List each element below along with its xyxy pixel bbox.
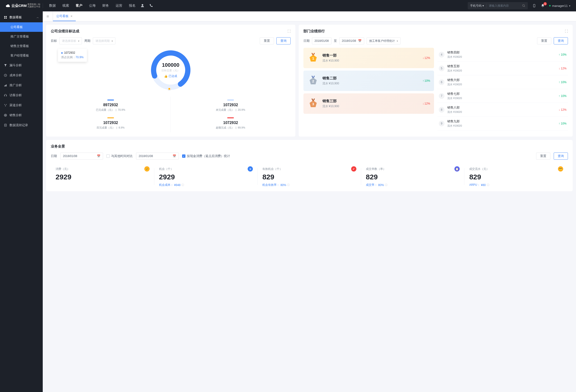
svg-rect-10	[6, 85, 6, 87]
sidebar-promo[interactable]: 推广分析	[0, 80, 43, 90]
sidebar-promo-board[interactable]: 推广主管看板	[0, 32, 43, 41]
biz-card: 业务全景 日期 2018/01/08📅 与其他时间对比 2018/01/08📅 …	[46, 140, 573, 191]
mobile-icon[interactable]	[532, 3, 536, 8]
sidebar-dashboard-header[interactable]: 数据看板 ︿	[0, 12, 43, 22]
metric-icon: ➤	[248, 166, 253, 172]
metric-icon: ✔	[351, 166, 356, 172]
nav-items: 数据 线索 客户 公海 财务 运营 报名	[49, 3, 136, 8]
hamburger-icon[interactable]	[43, 11, 53, 21]
metric-icon: 💰	[144, 166, 150, 172]
help-icon[interactable]: ⓘ	[287, 183, 290, 187]
donut-handle	[168, 88, 171, 90]
nav-ops[interactable]: 运营	[116, 3, 122, 8]
help-icon[interactable]: ⓘ	[487, 183, 489, 187]
nav-finance[interactable]: 财务	[102, 3, 109, 8]
svg-text:2: 2	[312, 79, 314, 83]
calendar-icon: 📅	[97, 154, 100, 158]
nav-signup[interactable]: 报名	[129, 3, 136, 8]
svg-rect-4	[6, 16, 7, 17]
help-icon[interactable]: ⓘ	[181, 183, 184, 187]
gold-medal-icon: 1	[307, 52, 319, 64]
close-icon[interactable]: ×	[71, 14, 72, 18]
dashboard-icon	[4, 16, 7, 19]
svg-text:3: 3	[312, 102, 314, 106]
nav-pool[interactable]: 公海	[89, 3, 96, 8]
cash-checkbox[interactable]: ✓按现金消费（返点后消费）统计	[182, 154, 230, 158]
reset-button[interactable]: 重置	[536, 152, 550, 160]
chart-icon	[4, 84, 7, 87]
search-type-select[interactable]: 手机号码▾	[468, 4, 487, 8]
nav-customers[interactable]: 客户	[76, 3, 82, 8]
query-button[interactable]: 查询	[276, 37, 291, 44]
clock-icon	[4, 74, 7, 77]
calendar-icon: 📅	[358, 39, 362, 43]
date-from[interactable]: 2018/01/08	[312, 37, 331, 44]
period-select[interactable]: 请选择周期▾	[93, 37, 115, 44]
stats-grid: 8972932已完成量（元） | 70.9% 1072932未完成量（元） | …	[51, 97, 291, 132]
rank-row: 6销售六部流水 ¥19020↑ 10%	[437, 75, 568, 89]
nav-right: 手机号码▾ 5 manager11▾	[468, 2, 570, 9]
person-icon[interactable]	[140, 3, 144, 8]
nav-leads[interactable]: 线索	[62, 3, 69, 8]
metric-icon: 📋	[455, 166, 460, 172]
rank-row: 7销售七部流水 ¥19020↑ 10%	[437, 89, 568, 103]
phone-icon[interactable]	[149, 3, 153, 8]
chevron-up-icon: ︿	[37, 16, 39, 19]
metrics-row: 消费（元）💰2929机会（个）➤2929机会成本：¥948 ⓘ有效机会（个）✔8…	[51, 166, 568, 187]
bell-icon[interactable]: 5	[541, 3, 545, 8]
donut-chart: 100000 目标总量（元） 👍已达成	[149, 49, 192, 91]
rank-1: 1 销售一部流水 ¥10,900 ↓ 12%	[303, 48, 434, 68]
sidebar-channel[interactable]: 渠道分析	[0, 100, 43, 110]
ranking-title: 部门业绩排行	[303, 29, 325, 33]
sidebar-visitor[interactable]: 访客分析	[0, 90, 43, 100]
mode-select[interactable]: 按工单客户经理统计▾	[367, 37, 401, 44]
sidebar-manager-board[interactable]: 客户经理看板	[0, 51, 43, 60]
bronze-medal-icon: 3	[307, 98, 319, 110]
rank-2: 2 销售二部流水 ¥10,900 ↑ 10%	[303, 71, 434, 91]
stat-over: 1072932超额完成（元） | 89.9%	[171, 115, 291, 132]
link-icon	[4, 104, 7, 107]
target-select[interactable]: 请选择目标▾	[59, 37, 82, 44]
expand-icon[interactable]: ⛶	[565, 30, 568, 33]
query-button[interactable]: 查询	[554, 152, 568, 160]
sidebar-flow[interactable]: 数据流转记录	[0, 120, 43, 130]
metric-icon: 💳	[558, 166, 563, 172]
user-menu[interactable]: manager11▾	[549, 4, 570, 8]
date-to[interactable]: 2018/01/08📅	[339, 37, 364, 44]
rank-row: 4销售四部流水 ¥19020↑ 10%	[437, 48, 568, 61]
search-icon[interactable]	[520, 4, 528, 7]
sidebar-funnel[interactable]: 漏斗分析	[0, 60, 43, 70]
cloud-icon	[6, 3, 10, 8]
funnel-icon	[4, 64, 7, 67]
query-button[interactable]: 查询	[554, 37, 568, 44]
logo[interactable]: 云朵CRM 教育机构一站式服务云平台	[6, 3, 43, 8]
thumb-icon: 👍	[164, 75, 168, 78]
compare-checkbox[interactable]: 与其他时间对比	[106, 154, 133, 158]
reset-button[interactable]: 重置	[260, 37, 274, 44]
biz-date1[interactable]: 2018/01/08📅	[60, 152, 103, 160]
expand-icon[interactable]: ⛶	[288, 30, 291, 33]
sidebar-company-board[interactable]: 公司看板	[0, 22, 43, 32]
sidebar-cost[interactable]: 成本分析	[0, 70, 43, 80]
trend-down-icon: ↓ 12%	[423, 102, 430, 105]
search-input[interactable]	[487, 4, 520, 7]
rank-row: 9销售九部流水 ¥19020↑ 10%	[437, 117, 568, 130]
sidebar-sales-board[interactable]: 销售主管看板	[0, 41, 43, 51]
svg-rect-8	[4, 86, 5, 87]
reset-button[interactable]: 重置	[537, 37, 551, 44]
help-icon[interactable]: ⓘ	[385, 183, 387, 187]
svg-rect-9	[5, 85, 6, 87]
stat-should: 1072932应完成量（元） | 8.9%	[51, 115, 171, 132]
stat-done: 8972932已完成量（元） | 70.9%	[51, 97, 171, 115]
metric: 成交单数（单）📋829成交率：80% ⓘ	[361, 166, 465, 187]
sidebar-sales[interactable]: 销售分析	[0, 110, 43, 120]
metric: 机会（个）➤2929机会成本：¥948 ⓘ	[154, 166, 258, 187]
target-card: 公司业绩目标达成 ⛶ 目标 请选择目标▾ 周期 请选择周期▾ 重置 查询 107…	[46, 25, 295, 137]
biz-date2[interactable]: 2018/01/08📅	[136, 152, 179, 160]
target-title: 公司业绩目标达成	[51, 29, 79, 33]
svg-point-2	[534, 6, 534, 7]
tab-company-board[interactable]: 公司看板×	[53, 11, 76, 21]
svg-point-15	[5, 115, 6, 116]
nav-data[interactable]: 数据	[49, 3, 56, 8]
rank-list: 4销售四部流水 ¥19020↑ 10%5销售五部流水 ¥19020↓ 12%6销…	[437, 48, 568, 130]
